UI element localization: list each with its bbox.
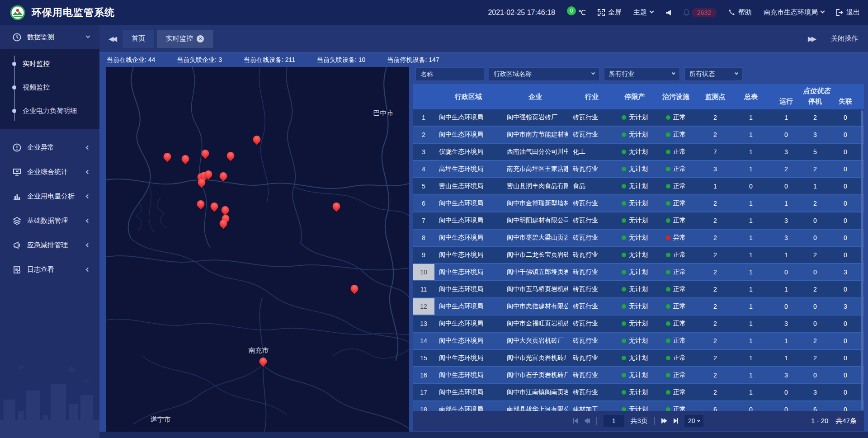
cell-company: 南部县雄华上河有限公 [502, 401, 568, 411]
skyline-decoration [0, 357, 99, 438]
sidebar-item-base-data[interactable]: 基础数据管理 [0, 208, 99, 233]
table-row[interactable]: 10阆中生态环境局阆中千佛镇五郎垭页岩砖瓦行业无计划正常21003 [413, 264, 864, 281]
table-row[interactable]: 6阆中生态环境局阆中市金博瑞新型墙材砖瓦行业无计划正常21120 [413, 195, 864, 212]
cell-company: 阆中市五马桥页岩机砖 [502, 281, 568, 297]
logout-button[interactable]: 退出 [836, 8, 860, 17]
cell-stop-count: 3 [803, 384, 827, 400]
sidebar-item-enterprise-abnormal[interactable]: 企业异常 [0, 135, 99, 160]
cell-facility-status: 正常 [654, 161, 698, 177]
cell-region: 阆中生态环境局 [434, 281, 502, 297]
industry-filter-select[interactable]: 所有行业 [604, 67, 680, 81]
cell-region: 阆中生态环境局 [434, 212, 502, 229]
cell-stop-count: 3 [803, 127, 827, 143]
sidebar-item-log-view[interactable]: 日志查看 [0, 257, 99, 282]
cell-monitor-count: 2 [698, 350, 733, 366]
table-row[interactable]: 15阆中生态环境局阆中市光富页岩机砖厂砖瓦行业无计划正常21120 [413, 350, 864, 367]
fullscreen-button[interactable]: 全屏 [598, 8, 622, 17]
table-row[interactable]: 17阆中生态环境局阆中市江南镇阆南页岩砖瓦行业无计划正常21030 [413, 384, 864, 401]
table-row[interactable]: 16阆中生态环境局阆中市石子页岩机砖厂砖瓦行业无计划正常21300 [413, 367, 864, 384]
logout-icon [836, 9, 843, 16]
tabs-scroll-left-button[interactable]: ◀◀ [104, 35, 120, 43]
table-row[interactable]: 7阆中生态环境局阆中明阳建材有限公司砖瓦行业无计划正常21300 [413, 212, 864, 230]
table-row[interactable]: 1阆中生态环境局阆中强锐页岩砖厂砖瓦行业无计划正常21120 [413, 109, 864, 127]
sidebar-item-enterprise-stats[interactable]: 企业综合统计 [0, 160, 99, 184]
fullscreen-icon [598, 9, 605, 16]
cell-index: 7 [413, 212, 434, 229]
sidebar-item-power-analysis[interactable]: 企业用电量分析 [0, 184, 99, 208]
chevron-down-icon [649, 9, 654, 14]
status-dot-green-icon [622, 235, 626, 240]
main-area: ◀◀ 首页 实时监控 ✕ ▶▶ 关闭操作 当前在线企业: 44当前失联企业: 3… [99, 25, 868, 438]
chevron-left-icon [86, 170, 90, 174]
table-row[interactable]: 12阆中生态环境局阆中市忠信建材有限公砖瓦行业无计划正常21003 [413, 298, 864, 316]
cell-monitor-count: 2 [698, 367, 733, 383]
cell-total-meter: 1 [733, 350, 769, 366]
table-row[interactable]: 2阆中生态环境局阆中市南方节能建材有砖瓦行业无计划正常21030 [413, 127, 864, 144]
stat-label: 当前停机设备: [387, 56, 429, 63]
table-row[interactable]: 18南部生态环境局南部县雄华上河有限公建材加工无计划正常60060 [413, 401, 864, 411]
tabs-scroll-right-button[interactable]: ▶▶ [803, 35, 819, 43]
cell-index: 13 [413, 316, 434, 332]
cell-industry: 砖瓦行业 [568, 281, 615, 297]
total-pages-label: 共3页 [631, 417, 648, 425]
status-dot-green-icon [622, 150, 626, 154]
table-row[interactable]: 14阆中生态环境局阆中大兴页岩机砖厂砖瓦行业无计划正常21120 [413, 333, 864, 350]
cell-stop-count: 2 [803, 195, 827, 212]
cell-run-count: 0 [769, 178, 803, 194]
map-panel[interactable]: 巴中市南充市遂宁市 [106, 67, 409, 432]
tab-home[interactable]: 首页 [123, 30, 154, 48]
cell-total-meter: 1 [733, 161, 769, 177]
table-row[interactable]: 9阆中生态环境局阆中市二龙长宝页岩砖砖瓦行业无计划正常21120 [413, 247, 864, 264]
mute-button[interactable] [665, 9, 671, 16]
theme-dropdown[interactable]: 主题 [633, 8, 653, 17]
logout-label: 退出 [846, 8, 860, 17]
cell-index: 18 [413, 401, 434, 411]
table-row[interactable]: 4高坪生态环境局南充市高坪区王家店建砖瓦行业无计划正常31220 [413, 161, 864, 178]
sidebar-item-video-monitor[interactable]: 视频监控 [0, 75, 99, 99]
table-row[interactable]: 5营山生态环境局营山县润丰肉食品有限食品无计划正常10010 [413, 178, 864, 195]
status-filter-select[interactable]: 所有状态 [684, 67, 743, 81]
cell-company: 西南油气田分公司川中 [502, 144, 568, 160]
last-page-button[interactable] [674, 418, 678, 424]
table-row[interactable]: 3仪陇生态环境局西南油气田分公司川中化工无计划正常71350 [413, 144, 864, 161]
name-filter-input[interactable] [415, 67, 484, 81]
page-size-select[interactable]: 20 [684, 415, 704, 427]
sidebar-item-data-monitor[interactable]: 数据监测 [0, 25, 99, 49]
limit-status-label: 无计划 [629, 388, 648, 396]
page-number-input[interactable] [604, 415, 624, 427]
table-row[interactable]: 11阆中生态环境局阆中市五马桥页岩机砖砖瓦行业无计划正常21120 [413, 281, 864, 298]
cell-facility-status: 正常 [654, 247, 698, 263]
cell-limit-status: 无计划 [615, 384, 654, 400]
cell-index: 3 [413, 144, 434, 160]
close-operations-button[interactable]: 关闭操作 [831, 34, 858, 43]
table-row[interactable]: 8阆中生态环境局阆中市枣碧大梁山页岩砖瓦行业无计划异常21300 [413, 230, 864, 247]
sidebar-item-realtime-monitor[interactable]: 实时监控 [0, 52, 99, 75]
region-filter-select[interactable]: 行政区域名称 [489, 67, 599, 81]
org-dropdown[interactable]: 南充市生态环境局 [764, 8, 824, 17]
prev-page-button[interactable] [584, 418, 590, 424]
cell-industry: 化工 [568, 144, 615, 160]
table-row[interactable]: 13阆中生态环境局阆中市金福旺页岩机砖砖瓦行业无计划正常21300 [413, 316, 864, 333]
limit-status-label: 无计划 [629, 268, 648, 276]
cell-lost-count: 0 [827, 178, 864, 194]
select-value: 所有状态 [689, 70, 715, 78]
facility-status-label: 正常 [673, 302, 686, 311]
tab-close-icon[interactable]: ✕ [197, 35, 204, 42]
first-page-button[interactable] [573, 418, 578, 424]
status-dot-green-icon [622, 304, 626, 309]
facility-status-label: 正常 [673, 217, 686, 225]
sidebar-item-power-load-detail[interactable]: 企业电力负荷明细 [0, 99, 99, 122]
limit-status-label: 无计划 [629, 131, 648, 139]
cell-total-meter: 1 [733, 316, 769, 332]
tab-realtime-monitor[interactable]: 实时监控 ✕ [157, 30, 213, 48]
app-logo-icon [10, 5, 25, 20]
stat-item: 当前在线设备: 211 [244, 56, 295, 64]
help-button[interactable]: 帮助 [728, 8, 752, 17]
facility-status-label: 正常 [673, 320, 686, 328]
cell-monitor-count: 2 [698, 298, 733, 315]
next-page-button[interactable] [661, 418, 667, 424]
stat-item: 当前失联企业: 3 [177, 56, 222, 64]
column-header-company: 企业 [502, 84, 568, 109]
notifications[interactable]: 2632 [683, 8, 717, 17]
sidebar-item-emission-reduction[interactable]: 应急减排管理 [0, 233, 99, 257]
